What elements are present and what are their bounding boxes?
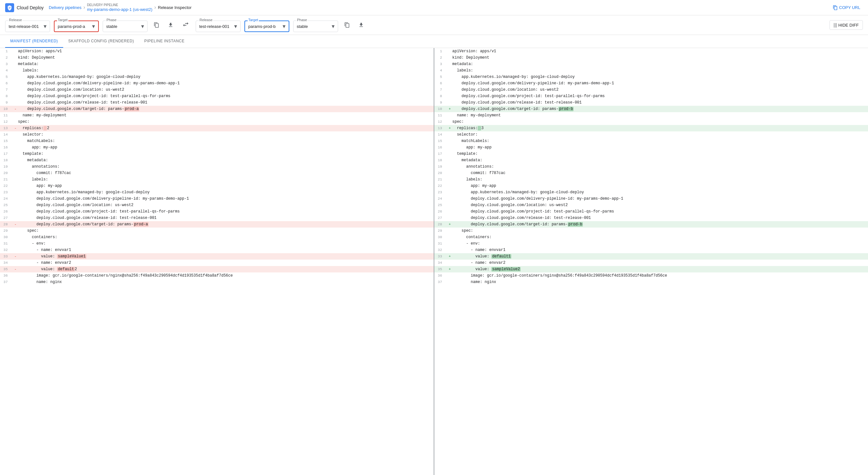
line-content: app: my-app [18, 144, 429, 150]
line-content: deploy.cloud.google.com/project-id: test… [18, 93, 429, 99]
hide-diff-button[interactable]: ||| HIDE DIFF [830, 20, 863, 30]
line-content: metadata: [18, 61, 429, 67]
diff-marker: + [447, 253, 452, 260]
line-content: annotations: [18, 164, 429, 170]
line-content: deploy.cloud.google.com/delivery-pipelin… [452, 196, 863, 202]
left-copy-button[interactable] [151, 20, 162, 30]
line-content: replicas: 3 [452, 125, 863, 131]
right-release-field: Release test-release-001 ▾ [196, 21, 241, 32]
line-content: app.kubernetes.io/managed-by: google-clo… [18, 189, 429, 196]
left-release-select[interactable]: test-release-001 ▾ [5, 21, 50, 32]
left-phase-select[interactable]: stable ▾ [103, 21, 148, 32]
line-number: 23 [0, 189, 13, 196]
code-line: 9 deploy.cloud.google.com/release-id: te… [434, 99, 868, 106]
tab-manifest[interactable]: MANIFEST (RENDERED) [5, 35, 63, 48]
line-number: 21 [434, 176, 447, 183]
breadcrumb-delivery-pipelines[interactable]: Delivery pipelines [49, 5, 82, 10]
right-release-select[interactable]: test-release-001 ▾ [196, 21, 241, 32]
line-number: 37 [0, 279, 13, 285]
pipeline-label: DELIVERY PIPELINE [87, 3, 152, 7]
diff-marker: - [13, 253, 18, 260]
line-content: selector: [18, 131, 429, 138]
diff-marker: - [13, 125, 18, 131]
code-line: 15 matchLabels: [434, 138, 868, 144]
line-number: 16 [0, 144, 13, 150]
diff-marker: + [447, 221, 452, 228]
top-nav: Cloud Deploy Delivery pipelines › DELIVE… [0, 0, 868, 15]
diff-marker: - [13, 106, 18, 112]
line-content: image: gcr.io/google-containers/nginx@sh… [452, 272, 863, 279]
line-number: 2 [0, 55, 13, 61]
app-logo: Cloud Deploy [5, 3, 43, 12]
tab-pipeline[interactable]: PIPELINE INSTANCE [139, 35, 190, 48]
breadcrumb-pipeline-name[interactable]: my-params-demo-app-1 (us-west2) [87, 7, 152, 12]
line-number: 7 [434, 87, 447, 93]
right-phase-select[interactable]: stable ▾ [293, 21, 338, 32]
line-number: 12 [0, 118, 13, 125]
code-line: 29 spec: [0, 228, 434, 234]
code-line: 27 deploy.cloud.google.com/release-id: t… [0, 215, 434, 221]
code-line: 18 metadata: [434, 157, 868, 164]
line-content: - name: envvar1 [18, 247, 429, 253]
copy-url-button[interactable]: COPY URL [830, 4, 863, 11]
left-download-button[interactable] [165, 20, 176, 30]
copy-url-label: COPY URL [839, 5, 860, 10]
left-release-field: Release test-release-001 ▾ [5, 21, 50, 32]
right-code-panel[interactable]: 1apiVersion: apps/v12kind: Deployment3me… [434, 48, 868, 475]
code-line: 14 selector: [434, 131, 868, 138]
copy-icon [833, 5, 838, 10]
line-number: 30 [434, 234, 447, 240]
line-content: deploy.cloud.google.com/project-id: test… [452, 208, 863, 215]
line-content: spec: [452, 228, 863, 234]
code-line: 2kind: Deployment [434, 55, 868, 61]
right-phase-field: Phase stable ▾ [293, 21, 338, 32]
code-line: 5 app.kubernetes.io/managed-by: google-c… [0, 74, 434, 80]
right-copy-button[interactable] [342, 20, 352, 30]
line-number: 22 [0, 183, 13, 189]
code-line: 1apiVersion: apps/v1 [434, 48, 868, 55]
line-number: 35 [434, 266, 447, 272]
line-number: 33 [0, 253, 13, 260]
code-container: 1apiVersion: apps/v12kind: Deployment3me… [0, 48, 868, 475]
line-content: app: my-app [452, 183, 863, 189]
left-release-value: test-release-001 [9, 24, 42, 29]
code-line: 7 deploy.cloud.google.com/location: us-w… [0, 87, 434, 93]
left-code-panel[interactable]: 1apiVersion: apps/v12kind: Deployment3me… [0, 48, 434, 475]
line-content: deploy.cloud.google.com/target-id: param… [18, 106, 429, 112]
code-line: 1apiVersion: apps/v1 [0, 48, 434, 55]
line-number: 14 [0, 131, 13, 138]
line-content: deploy.cloud.google.com/release-id: test… [18, 99, 429, 106]
line-number: 20 [0, 170, 13, 176]
right-download-button[interactable] [356, 20, 366, 30]
line-content: name: my-deployment [18, 112, 429, 118]
line-content: apiVersion: apps/v1 [18, 48, 429, 55]
line-content: - name: envvar2 [18, 260, 429, 266]
right-release-label: Release [199, 18, 213, 22]
left-target-select[interactable]: params-prod-a ▾ [54, 21, 99, 32]
code-line: 20 commit: f787cac [434, 170, 868, 176]
line-number: 22 [434, 183, 447, 189]
code-line: 10+ deploy.cloud.google.com/target-id: p… [434, 106, 868, 112]
tab-skaffold[interactable]: SKAFFOLD CONFIG (RENDERED) [63, 35, 139, 48]
line-number: 16 [434, 144, 447, 150]
line-number: 17 [434, 150, 447, 157]
line-number: 13 [434, 125, 447, 131]
line-number: 5 [434, 74, 447, 80]
line-number: 19 [0, 164, 13, 170]
line-content: app: my-app [18, 183, 429, 189]
line-content: value: sampleValue1 [18, 253, 429, 260]
line-content: - env: [18, 240, 429, 247]
code-line: 23 app.kubernetes.io/managed-by: google-… [434, 189, 868, 196]
line-number: 27 [434, 215, 447, 221]
line-number: 24 [434, 196, 447, 202]
code-line: 37 name: nginx [0, 279, 434, 285]
right-target-select[interactable]: params-prod-b ▾ [244, 21, 289, 32]
line-number: 33 [434, 253, 447, 260]
code-line: 3metadata: [434, 61, 868, 67]
line-content: template: [452, 150, 863, 157]
code-line: 16 app: my-app [434, 144, 868, 150]
breadcrumb-sep-1: › [84, 4, 85, 10]
swap-panels-button[interactable] [180, 20, 192, 31]
breadcrumb-current: Release Inspector [158, 5, 191, 10]
left-target-field: Target params-prod-a ▾ [54, 21, 99, 32]
